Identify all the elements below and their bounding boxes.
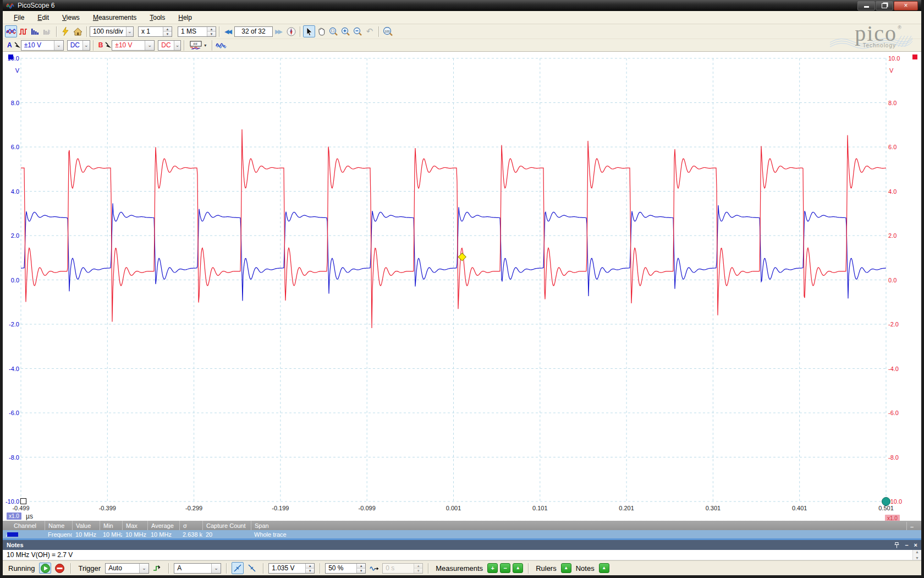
measurements-header-value[interactable]: Value bbox=[72, 521, 100, 530]
menu-item-file[interactable]: File bbox=[7, 12, 31, 23]
channel-a-range-select[interactable]: ±10 V ⌄ bbox=[21, 40, 64, 51]
chevron-down-icon[interactable]: ⌄ bbox=[211, 564, 221, 573]
rising-edge-button[interactable] bbox=[232, 562, 244, 574]
auto-setup-button[interactable] bbox=[59, 25, 72, 37]
pretrigger-stepper[interactable]: 50 % ▲▼ bbox=[325, 563, 366, 574]
zoom-out-button[interactable] bbox=[351, 25, 364, 37]
timebase-select[interactable]: 100 ns/div ⌄ bbox=[90, 26, 134, 37]
restore-icon bbox=[882, 3, 887, 8]
zoom-in-icon bbox=[341, 27, 350, 36]
measurements-header-σ[interactable]: σ bbox=[179, 521, 202, 530]
channel-a-coupling-select[interactable]: DC ⌄ bbox=[67, 40, 90, 51]
notes-minimize-icon[interactable]: – bbox=[905, 542, 908, 548]
measurement-row[interactable]: AFrequency10 MHz10 MHz10 MHz10 MHz2.638 … bbox=[3, 530, 921, 538]
samples-stepper[interactable]: 1 MS ▲▼ bbox=[178, 26, 216, 37]
chevron-down-icon[interactable]: ⌄ bbox=[145, 41, 154, 50]
buffer-navigator-button[interactable] bbox=[285, 25, 297, 37]
trigger-level-stepper[interactable]: 1.035 V ▲▼ bbox=[268, 563, 315, 574]
measurements-header-channel[interactable]: Channel bbox=[3, 521, 45, 530]
delay-wave-icon bbox=[370, 565, 379, 572]
toolbar-separator bbox=[93, 40, 94, 51]
measurements-header-max[interactable]: Max bbox=[122, 521, 147, 530]
home-button[interactable] bbox=[72, 25, 84, 37]
samples-spin[interactable]: ▲▼ bbox=[207, 27, 216, 36]
channel-b-coupling-select[interactable]: DC ⌄ bbox=[158, 40, 181, 51]
pointer-tool-button[interactable] bbox=[303, 25, 315, 37]
trigger-mode-select[interactable]: Auto ⌄ bbox=[105, 563, 149, 574]
start-capture-button[interactable] bbox=[39, 563, 51, 574]
notes-title: Notes bbox=[7, 542, 24, 548]
running-status: Running bbox=[6, 564, 37, 572]
measurements-header-name[interactable]: Name bbox=[45, 521, 72, 530]
channel-b-range-select[interactable]: ±10 V ⌄ bbox=[112, 40, 155, 51]
app-window: PicoScope 6 × FileEditViewsMeasurementsT… bbox=[0, 0, 924, 578]
y-axis-label-left: -4.0 bbox=[3, 366, 19, 372]
minimize-button[interactable] bbox=[857, 1, 875, 10]
stop-capture-button[interactable] bbox=[53, 563, 65, 574]
chevron-down-icon[interactable]: ⌄ bbox=[139, 564, 148, 573]
chevron-down-icon[interactable]: ⌄ bbox=[174, 41, 181, 50]
channel-a-axis-marker[interactable] bbox=[8, 54, 13, 59]
trigger-level-spin[interactable]: ▲▼ bbox=[305, 564, 314, 573]
trigger-delay-button[interactable] bbox=[368, 562, 380, 574]
axis-drag-handle[interactable] bbox=[20, 498, 26, 504]
persistence-mode-button[interactable] bbox=[41, 25, 53, 37]
zoom-in-button[interactable] bbox=[339, 25, 351, 37]
pretrigger-spin[interactable]: ▲▼ bbox=[356, 564, 365, 573]
delay-stepper[interactable]: 0 s ▲▼ bbox=[382, 563, 423, 574]
zoom-100-button[interactable]: 100 bbox=[382, 25, 394, 37]
restore-button[interactable] bbox=[876, 1, 893, 10]
menu-item-tools[interactable]: Tools bbox=[143, 12, 172, 23]
next-buffer-button[interactable]: ▶▶ bbox=[273, 25, 285, 37]
spectrum-view-button[interactable] bbox=[29, 25, 41, 37]
measurements-header-average[interactable]: Average bbox=[147, 521, 179, 530]
close-button[interactable]: × bbox=[894, 1, 918, 10]
channel-b-axis-marker[interactable] bbox=[912, 54, 917, 59]
zoom-factor-stepper[interactable]: x 1 ▲▼ bbox=[138, 26, 172, 37]
chevron-down-icon[interactable]: ⌄ bbox=[126, 27, 133, 36]
notes-scrollbar[interactable]: ▲▼ bbox=[912, 550, 921, 560]
menu-item-edit[interactable]: Edit bbox=[31, 12, 56, 23]
axis-scale-handle[interactable] bbox=[882, 497, 890, 506]
digital-channels-button[interactable]: FF ▾ bbox=[187, 40, 209, 51]
chevron-down-icon[interactable]: ⌄ bbox=[82, 41, 90, 50]
notes-body[interactable]: 10 MHz V(OH) = 2.7 V ▲▼ bbox=[3, 550, 921, 560]
scope-view-button[interactable] bbox=[5, 25, 17, 37]
notes-button[interactable]: ▲ bbox=[599, 563, 609, 573]
falling-edge-button[interactable] bbox=[246, 562, 258, 574]
trigger-source-select[interactable]: A ⌄ bbox=[174, 563, 221, 574]
advanced-trigger-button[interactable] bbox=[151, 562, 163, 574]
scroll-up-icon[interactable]: ▲ bbox=[915, 550, 919, 554]
zoom-factor-spin[interactable]: ▲▼ bbox=[163, 27, 172, 36]
undo-zoom-button[interactable]: ↶ bbox=[364, 25, 376, 37]
rulers-button[interactable]: ▲ bbox=[561, 563, 571, 573]
probe-b-icon[interactable] bbox=[105, 42, 112, 48]
pan-tool-button[interactable] bbox=[315, 25, 327, 37]
scroll-down-icon[interactable]: ▼ bbox=[915, 556, 919, 560]
probe-a-icon[interactable] bbox=[14, 42, 21, 48]
trigger-marker[interactable] bbox=[458, 253, 466, 261]
marquee-zoom-button[interactable] bbox=[327, 25, 339, 37]
y-axis-label-right: 8.0 bbox=[888, 100, 897, 106]
math-channels-button[interactable] bbox=[215, 40, 227, 51]
menu-item-views[interactable]: Views bbox=[56, 12, 86, 23]
rulers-label: Rulers bbox=[534, 564, 559, 572]
add-measurement-button[interactable]: + bbox=[487, 563, 498, 573]
remove-measurement-button[interactable]: − bbox=[500, 563, 510, 573]
menu-item-measurements[interactable]: Measurements bbox=[86, 12, 143, 23]
delay-spin[interactable]: ▲▼ bbox=[414, 564, 422, 573]
pretrigger-value: 50 % bbox=[326, 564, 346, 572]
scope-graph[interactable]: 10.010.08.08.06.06.04.04.02.02.00.00.0-2… bbox=[3, 52, 921, 521]
measurements-header-span[interactable]: Span bbox=[251, 521, 921, 530]
measurements-header-capture-count[interactable]: Capture Count bbox=[202, 521, 251, 530]
measurements-header-min[interactable]: Min bbox=[100, 521, 122, 530]
pin-icon[interactable] bbox=[894, 542, 899, 548]
notes-close-icon[interactable]: × bbox=[914, 542, 917, 548]
chevron-down-icon[interactable]: ⌄ bbox=[54, 41, 63, 50]
waveform-plot[interactable] bbox=[21, 58, 886, 501]
prev-buffer-button[interactable]: ◀◀ bbox=[222, 25, 234, 37]
xy-view-button[interactable] bbox=[17, 25, 29, 37]
menu-item-help[interactable]: Help bbox=[172, 12, 199, 23]
collapse-measurements-button[interactable]: ▲ bbox=[513, 563, 523, 573]
measurement-cell: Frequency bbox=[45, 531, 72, 538]
